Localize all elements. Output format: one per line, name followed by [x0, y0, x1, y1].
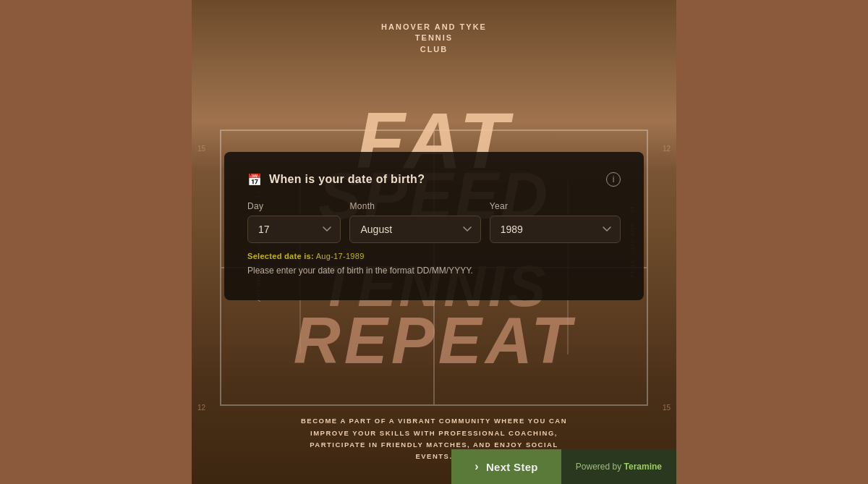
right-panel: [676, 0, 868, 484]
selected-date-label: Selected date is:: [247, 252, 314, 260]
club-name-line3: CLUB: [381, 44, 487, 55]
num-left-bottom: 12: [197, 404, 205, 412]
year-label: Year: [490, 201, 621, 211]
arrow-icon: ›: [475, 460, 479, 473]
left-panel: [0, 0, 192, 484]
modal-title-group: 📅 When is your date of birth?: [247, 173, 425, 187]
day-label: Day: [247, 201, 341, 211]
month-label: Month: [349, 201, 480, 211]
club-name-line2: TENNIS: [381, 33, 487, 43]
selected-date-text: Selected date is: Aug-17-1989: [247, 252, 621, 260]
powered-by: Powered by Teramine: [561, 449, 676, 484]
num-right-top: 12: [663, 145, 671, 153]
calendar-icon: 📅: [247, 173, 262, 187]
modal-title: When is your date of birth?: [269, 173, 425, 186]
year-select[interactable]: 1950196019701980198519861987198819891990…: [490, 216, 621, 243]
club-name: HANOVER AND TYKE TENNIS CLUB: [381, 22, 487, 55]
info-button[interactable]: i: [606, 172, 621, 187]
big-text-repeat: REPEAT: [294, 304, 574, 378]
bottom-bar: › Next Step Powered by Teramine: [451, 449, 676, 484]
month-group: Month JanuaryFebruaryMarchAprilMayJuneJu…: [349, 201, 480, 243]
outer-wrapper: HANOVER AND TYKE TENNIS CLUB FAT SPEED T…: [0, 0, 868, 484]
club-name-line1: HANOVER AND TYKE: [381, 22, 487, 33]
next-step-label: Next Step: [486, 461, 538, 473]
day-select[interactable]: 1234567891011121314151617181920212223242…: [247, 216, 341, 243]
main-content: HANOVER AND TYKE TENNIS CLUB FAT SPEED T…: [192, 0, 676, 484]
powered-by-label: Powered by: [576, 462, 621, 472]
format-hint: Please enter your date of birth in the f…: [247, 265, 621, 277]
day-group: Day 123456789101112131415161718192021222…: [247, 201, 341, 243]
year-group: Year 19501960197019801985198619871988198…: [490, 201, 621, 243]
modal-header: 📅 When is your date of birth? i: [247, 172, 621, 187]
brand-name: Teramine: [624, 462, 662, 472]
month-select[interactable]: JanuaryFebruaryMarchAprilMayJuneJulyAugu…: [349, 216, 480, 243]
num-left-top: 15: [197, 145, 205, 153]
dropdowns-row: Day 123456789101112131415161718192021222…: [247, 201, 621, 243]
modal-card: 📅 When is your date of birth? i Day 1234…: [224, 152, 644, 300]
selected-date-value: Aug-17-1989: [316, 252, 365, 260]
info-icon-label: i: [613, 174, 615, 184]
next-step-button[interactable]: › Next Step: [451, 449, 561, 484]
num-right-bottom: 15: [663, 404, 671, 412]
